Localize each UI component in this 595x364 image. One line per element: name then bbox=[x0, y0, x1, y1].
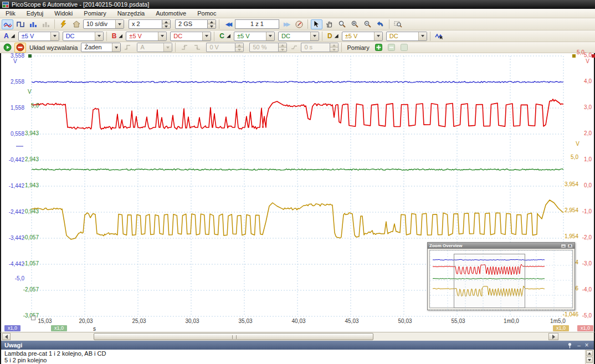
separator bbox=[341, 43, 342, 52]
channel-a-ground-marker[interactable] bbox=[16, 146, 23, 147]
marquee-zoom-tool[interactable] bbox=[392, 19, 404, 29]
stepper-down-icon[interactable] bbox=[208, 24, 216, 28]
axis-handle-ground[interactable] bbox=[31, 316, 35, 320]
scroll-left-button[interactable] bbox=[2, 333, 11, 340]
prev-buffer-button[interactable]: ◀◀ bbox=[222, 19, 234, 29]
x-scale-badge-b[interactable]: x1,0 bbox=[577, 325, 593, 331]
close-icon[interactable]: × bbox=[567, 244, 573, 248]
notes-body[interactable]: Lambda pre-cat 1 i 2 kolejno, AB i CD 5 … bbox=[1, 350, 594, 364]
pan-tool[interactable] bbox=[324, 19, 335, 29]
zoom-in-tool[interactable] bbox=[349, 19, 361, 29]
zoom-out-tool[interactable] bbox=[362, 19, 373, 29]
trigger-delay-button-disabled bbox=[288, 43, 300, 53]
x-scale-badge-c[interactable]: x1,0 bbox=[51, 325, 67, 331]
menu-item-pomoc[interactable]: Pomoc bbox=[192, 9, 222, 17]
axis-handle-d[interactable] bbox=[572, 54, 576, 58]
scope-waveform-icon bbox=[3, 21, 12, 28]
axis-handle-b[interactable] bbox=[592, 54, 595, 58]
scope-mode-button[interactable] bbox=[2, 19, 13, 29]
stop-capture-button[interactable] bbox=[14, 43, 26, 53]
pin-icon[interactable] bbox=[567, 342, 575, 348]
minimize-icon[interactable]: – bbox=[561, 244, 566, 248]
axis-d-tick: -1,046 bbox=[563, 311, 578, 317]
axis-handle-c[interactable] bbox=[28, 54, 32, 58]
normal-selection-tool[interactable] bbox=[311, 19, 322, 29]
trigger-source-select: A bbox=[137, 43, 172, 52]
channel-options-icon[interactable] bbox=[119, 34, 122, 38]
zoom-tool[interactable] bbox=[336, 19, 348, 29]
x-scale-badge-a[interactable]: x1,0 bbox=[4, 325, 20, 331]
scroll-right-button[interactable] bbox=[548, 333, 558, 340]
channel-c-coupling-select[interactable]: DC bbox=[278, 32, 319, 41]
stepper-up-icon[interactable] bbox=[208, 20, 216, 24]
chevron-down-icon[interactable] bbox=[202, 32, 211, 40]
chevron-down-icon[interactable] bbox=[266, 32, 274, 40]
range-value: ±5 V bbox=[19, 32, 50, 40]
close-icon[interactable]: × bbox=[583, 341, 591, 349]
undo-zoom-button[interactable] bbox=[375, 19, 386, 29]
chevron-down-icon[interactable] bbox=[115, 20, 124, 28]
marquee-zoom-icon bbox=[394, 20, 402, 28]
notes-vertical-scrollbar[interactable] bbox=[585, 350, 594, 364]
next-buffer-button[interactable]: ▶▶ bbox=[280, 19, 292, 29]
chevron-down-icon[interactable] bbox=[95, 32, 103, 40]
channel-d-range-select[interactable]: ±5 V bbox=[342, 32, 383, 41]
zoom-out-icon bbox=[364, 20, 371, 28]
menu-item-widoki[interactable]: Widoki bbox=[49, 9, 78, 17]
time-tick: 1m5,0 bbox=[550, 318, 566, 324]
start-capture-button[interactable] bbox=[2, 43, 13, 53]
menu-item-automotive[interactable]: Automotive bbox=[150, 9, 192, 17]
menu-item-pomiary[interactable]: Pomiary bbox=[78, 9, 111, 17]
add-measurement-button[interactable] bbox=[373, 43, 384, 53]
chevron-down-icon[interactable] bbox=[112, 43, 120, 52]
pretrigger-value: 50 % bbox=[249, 43, 278, 52]
separator bbox=[322, 32, 322, 41]
chevron-down-icon[interactable] bbox=[50, 32, 59, 40]
stop-icon bbox=[16, 43, 24, 52]
zoom-overview-window[interactable]: Zoom Overview – × bbox=[427, 242, 575, 310]
channel-d-coupling-select[interactable]: DC bbox=[386, 32, 427, 41]
trigger-mode-select[interactable]: Żaden bbox=[81, 43, 121, 52]
zoom-selection-rect[interactable] bbox=[454, 254, 525, 308]
channel-a-range-select[interactable]: ±5 V bbox=[18, 32, 59, 41]
channel-options-icon[interactable] bbox=[335, 34, 338, 38]
menu-item-edytuj[interactable]: Edytuj bbox=[21, 9, 49, 17]
 bbox=[98, 35, 101, 37]
home-button[interactable] bbox=[70, 19, 82, 29]
edit-measurement-button-disabled bbox=[386, 43, 397, 53]
persistence-mode-button[interactable] bbox=[27, 19, 39, 29]
channel-b-range-select[interactable]: ±5 V bbox=[126, 32, 167, 41]
channel-a-coupling-select[interactable]: DC bbox=[63, 32, 104, 41]
spectrum-mode-button[interactable] bbox=[14, 19, 26, 29]
scroll-up-button[interactable] bbox=[586, 350, 593, 356]
x-scale-badge-d[interactable]: x1,0 bbox=[553, 325, 569, 331]
chevron-down-icon[interactable] bbox=[158, 32, 166, 40]
zoom-factor-stepper[interactable]: x 2 bbox=[129, 19, 171, 29]
minimize-icon[interactable]: – bbox=[575, 342, 583, 348]
axis-c-tick: 5,0 bbox=[31, 102, 39, 109]
channel-c-range-select[interactable]: ±5 V bbox=[234, 32, 275, 41]
chevron-down-icon[interactable] bbox=[374, 32, 382, 40]
chevron-down-icon[interactable] bbox=[310, 32, 319, 40]
stepper-down-icon[interactable] bbox=[162, 24, 170, 28]
menu-item-plik[interactable]: Plik bbox=[0, 9, 21, 17]
time-tick: 1m0,0 bbox=[504, 318, 519, 324]
zoom-overview-content[interactable] bbox=[429, 250, 573, 308]
menu-item-narzedzia[interactable]: Narzędzia bbox=[112, 9, 151, 17]
scrollbar-thumb[interactable] bbox=[94, 333, 373, 340]
timebase-select[interactable]: 10 s/div bbox=[83, 19, 124, 29]
samples-stepper[interactable]: 2 GS bbox=[175, 19, 216, 29]
connect-device-button[interactable] bbox=[58, 19, 69, 29]
scroll-down-button[interactable] bbox=[586, 357, 593, 363]
scope-view[interactable]: 3,5582,5581,5580,558-0,442-1,442-2,442-3… bbox=[0, 53, 595, 332]
time-tick: 35,03 bbox=[238, 318, 252, 324]
buffer-navigator-button[interactable] bbox=[293, 19, 305, 29]
channel-options-icon[interactable] bbox=[227, 34, 230, 38]
probe-settings-button[interactable] bbox=[433, 31, 445, 41]
horizontal-scrollbar[interactable] bbox=[0, 332, 595, 341]
channel-b-coupling-select[interactable]: DC bbox=[170, 32, 211, 41]
chevron-down-icon[interactable] bbox=[418, 32, 427, 40]
channel-options-icon[interactable] bbox=[11, 34, 15, 38]
stepper-up-icon[interactable] bbox=[162, 20, 170, 24]
zoom-overview-titlebar[interactable]: Zoom Overview – × bbox=[428, 243, 575, 249]
